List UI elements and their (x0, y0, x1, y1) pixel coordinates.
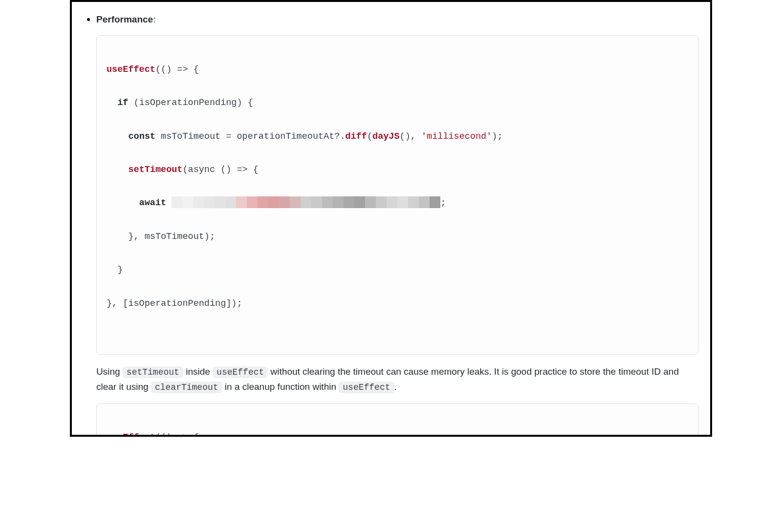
inline-code-useeffect: useEffect (213, 366, 268, 378)
text: in a cleanup function within (222, 382, 339, 392)
text: inside (183, 366, 213, 377)
token: ); (492, 131, 502, 142)
code-line: await ; (107, 195, 688, 212)
bullet-list: Performance: useEffect(() => { if (isOpe… (84, 12, 698, 437)
code-line: }, msToTimeout); (107, 229, 688, 245)
token-settimeout: setTimeout (128, 165, 182, 175)
token-useeffect: useEffect (107, 64, 155, 75)
heading-after: : (153, 14, 155, 24)
token-await: await (139, 198, 167, 208)
indent (107, 165, 128, 175)
inline-code-useeffect-2: useEffect (339, 382, 394, 393)
document-frame: Performance: useEffect(() => { if (isOpe… (70, 0, 712, 437)
token-const: const (128, 131, 155, 142)
inline-code-cleartimeout: clearTimeout (151, 382, 222, 393)
code-line: if (isOperationPending) { (107, 95, 688, 111)
token: (() => { (155, 64, 199, 75)
token: (), (400, 131, 421, 142)
space (166, 198, 172, 208)
code-line: }, [isOperationPending]); (107, 296, 688, 312)
redacted-block (172, 196, 440, 208)
code-line: } (107, 262, 688, 278)
token: ( (367, 131, 372, 142)
code-block-after: useEffect(() => { let timeoutId; if (isO… (96, 404, 698, 437)
indent (107, 131, 128, 142)
token: msToTimeout = operationTimeoutAt?. (155, 131, 346, 142)
token: (async () => { (182, 165, 258, 175)
bullet-item-performance: Performance: useEffect(() => { if (isOpe… (96, 12, 698, 437)
token-dayjs: dayJS (372, 131, 400, 142)
code-line: setTimeout(async () => { (107, 162, 688, 178)
code-block-before: useEffect(() => { if (isOperationPending… (96, 35, 698, 355)
token-useeffect: useEffect (107, 432, 155, 437)
text: . (394, 382, 397, 392)
code-line: const msToTimeout = operationTimeoutAt?.… (107, 128, 688, 145)
inline-code-settimeout: setTimeout (123, 366, 183, 378)
heading-strong: Performance (96, 14, 153, 24)
heading-line: Performance: (96, 14, 155, 24)
code-line: useEffect(() => { (107, 429, 688, 437)
explanation-paragraph: Using setTimeout inside useEffect withou… (96, 364, 698, 395)
text: Using (96, 366, 123, 377)
code-line: useEffect(() => { (107, 62, 688, 78)
indent (107, 198, 139, 208)
token: (() => { (155, 432, 199, 437)
token: (isOperationPending) { (128, 98, 253, 108)
token-string: 'millisecond' (421, 131, 492, 142)
token: ; (440, 198, 446, 208)
token-diff: diff (346, 131, 367, 142)
token-if: if (117, 98, 128, 108)
